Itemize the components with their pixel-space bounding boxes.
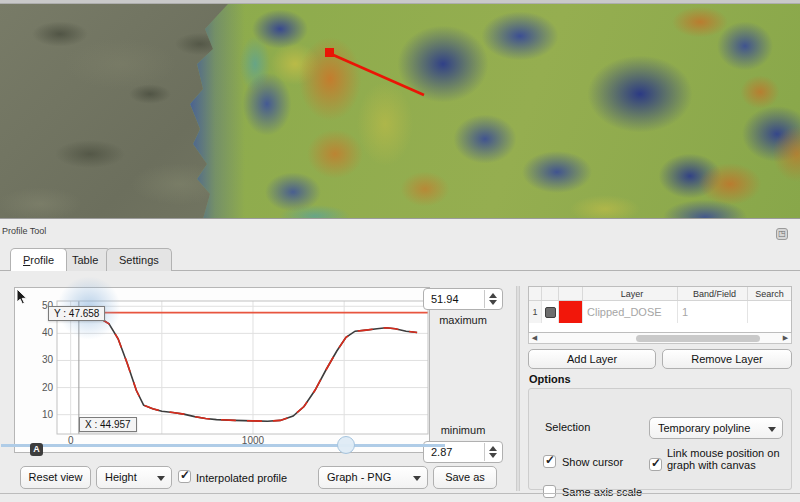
profile-line <box>331 54 424 95</box>
layer-table[interactable]: Layer Band/Field Search 1 Clipped_DOSE 1 <box>528 286 792 333</box>
chevron-down-icon <box>157 476 165 481</box>
panel-bottom-border <box>0 493 800 494</box>
same-axis-checkbox[interactable] <box>543 485 556 498</box>
chevron-down-icon <box>413 476 421 481</box>
tab-bar: Profile Table Settings <box>0 246 800 271</box>
mouse-cursor-icon <box>15 288 29 306</box>
profile-polyline-overlay <box>0 4 800 219</box>
options-group: Selection Temporary polyline Show cursor… <box>528 388 792 490</box>
spinbox-stepper-icons[interactable] <box>484 290 501 308</box>
x-tick-label: 1000 <box>242 435 264 446</box>
link-mouse-checkbox[interactable] <box>649 458 662 471</box>
profile-line-start-marker <box>325 48 334 57</box>
profile-chart[interactable]: 1020304050 01000 Y : 47.658 X : 44.957 A <box>14 287 430 453</box>
export-format-value: Graph - PNG <box>327 471 391 483</box>
selection-label: Selection <box>545 421 590 433</box>
layer-band: 1 <box>678 301 748 323</box>
layer-visibility-checkbox[interactable] <box>545 307 556 318</box>
interpolated-profile-label: Interpolated profile <box>196 472 287 484</box>
axis-mode-value: Height <box>105 471 137 483</box>
layer-table-scrollbar[interactable]: ◀ ▶ <box>528 333 792 344</box>
y-tick-label: 20 <box>27 382 53 393</box>
layer-table-header: Layer Band/Field Search <box>529 287 791 301</box>
layer-color-swatch[interactable] <box>559 301 582 323</box>
map-canvas[interactable] <box>0 4 800 219</box>
float-panel-icon[interactable]: ◳ <box>776 228 788 240</box>
same-axis-label: Same axis scale <box>562 486 642 498</box>
column-search: Search <box>748 287 791 300</box>
link-mouse-label: Link mouse position on graph with canvas <box>667 447 793 471</box>
scroll-right-icon[interactable]: ▶ <box>780 334 791 342</box>
y-tick-label: 10 <box>27 409 53 420</box>
scroll-left-icon[interactable]: ◀ <box>529 334 540 342</box>
axis-a-button[interactable]: A <box>30 443 43 456</box>
x-tick-label: 0 <box>68 435 74 446</box>
layer-search <box>748 301 791 323</box>
qgis-window: Profile Tool ◳ Profile Table Settings 10… <box>0 0 800 502</box>
chevron-down-icon <box>768 427 776 432</box>
y-tick-label: 30 <box>27 354 53 365</box>
column-band-field: Band/Field <box>678 287 748 300</box>
panel-splitter[interactable] <box>516 286 520 491</box>
maximum-value: 51.94 <box>431 293 459 305</box>
show-cursor-label: Show cursor <box>562 456 623 468</box>
maximum-spinbox[interactable]: 51.94 <box>423 288 503 310</box>
remove-layer-button[interactable]: Remove Layer <box>662 349 792 369</box>
show-cursor-checkbox[interactable] <box>543 455 556 468</box>
cursor-x-tooltip: X : 44.957 <box>79 417 137 432</box>
column-layer: Layer <box>583 287 678 300</box>
axis-mode-dropdown[interactable]: Height <box>96 466 172 489</box>
minimum-label: minimum <box>423 424 503 436</box>
x-range-slider-handle[interactable] <box>337 436 355 454</box>
save-as-button[interactable]: Save as <box>433 466 497 489</box>
layer-name: Clipped_DOSE <box>583 301 678 323</box>
tab-profile[interactable]: Profile <box>10 248 67 271</box>
spinbox-stepper-icons[interactable] <box>484 443 501 461</box>
reset-view-button[interactable]: Reset view <box>20 466 91 489</box>
cursor-y-tooltip: Y : 47.658 <box>48 306 105 321</box>
minimum-value: 2.87 <box>431 446 452 458</box>
layer-row[interactable]: 1 Clipped_DOSE 1 <box>529 301 791 323</box>
options-header: Options <box>529 373 571 385</box>
scrollbar-thumb[interactable] <box>636 335 760 342</box>
panel-title: Profile Tool <box>2 226 46 236</box>
export-format-dropdown[interactable]: Graph - PNG <box>318 466 428 489</box>
selection-value: Temporary polyline <box>658 422 750 434</box>
add-layer-button[interactable]: Add Layer <box>528 349 656 369</box>
y-tick-label: 40 <box>27 327 53 338</box>
profile-tool-panel: Profile Tool ◳ Profile Table Settings 10… <box>0 220 800 502</box>
selection-dropdown[interactable]: Temporary polyline <box>649 417 783 439</box>
maximum-label: maximum <box>423 314 503 326</box>
tab-settings[interactable]: Settings <box>106 248 172 271</box>
interpolated-profile-checkbox[interactable] <box>178 470 191 483</box>
row-number: 1 <box>529 301 542 323</box>
